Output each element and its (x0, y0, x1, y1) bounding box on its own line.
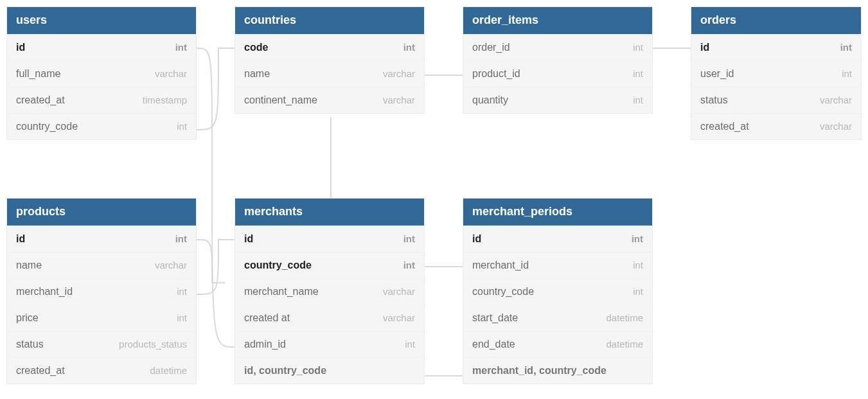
column-row: created_atdatetime (7, 357, 196, 384)
composite-key-row: id, country_code (235, 357, 424, 384)
column-row: start_datedatetime (463, 305, 652, 331)
column-row: user_idint (691, 60, 861, 87)
column-row: idint (691, 34, 861, 60)
table-header-countries: countries (235, 7, 424, 34)
column-row: merchant_namevarchar (235, 278, 424, 305)
table-countries[interactable]: countries codeint namevarchar continent_… (235, 6, 425, 114)
column-row: country_codeint (235, 252, 424, 278)
column-row: end_datedatetime (463, 331, 652, 357)
column-row: order_idint (463, 34, 652, 60)
table-merchants[interactable]: merchants idint country_codeint merchant… (235, 198, 425, 384)
table-header-users: users (7, 7, 196, 34)
table-merchant-periods[interactable]: merchant_periods idint merchant_idint co… (463, 198, 653, 384)
column-row: statusvarchar (691, 87, 861, 113)
column-row: created_atvarchar (691, 113, 861, 139)
column-row: admin_idint (235, 331, 424, 357)
table-header-order-items: order_items (463, 7, 652, 34)
column-row: full_namevarchar (7, 60, 196, 87)
composite-key-row: merchant_id, country_code (463, 357, 652, 384)
table-order-items[interactable]: order_items order_idint product_idint qu… (463, 6, 653, 114)
column-row: namevarchar (7, 252, 196, 278)
column-row: created atvarchar (235, 305, 424, 331)
table-products[interactable]: products idint namevarchar merchant_idin… (6, 198, 197, 384)
table-header-orders: orders (691, 7, 861, 34)
column-row: idint (463, 226, 652, 252)
column-row: idint (7, 226, 196, 252)
column-row: quantityint (463, 87, 652, 113)
column-row: continent_namevarchar (235, 87, 424, 113)
table-header-merchants: merchants (235, 199, 424, 226)
table-orders[interactable]: orders idint user_idint statusvarchar cr… (691, 6, 862, 140)
table-header-merchant-periods: merchant_periods (463, 199, 652, 226)
column-row: statusproducts_status (7, 331, 196, 357)
table-header-products: products (7, 199, 196, 226)
table-users[interactable]: users idint full_namevarchar created_att… (6, 6, 197, 140)
column-row: country_codeint (463, 278, 652, 305)
column-row: merchant_idint (463, 252, 652, 278)
column-row: namevarchar (235, 60, 424, 87)
column-row: product_idint (463, 60, 652, 87)
column-row: codeint (235, 34, 424, 60)
column-row: created_attimestamp (7, 87, 196, 113)
column-row: priceint (7, 305, 196, 331)
column-row: idint (235, 226, 424, 252)
column-row: country_codeint (7, 113, 196, 139)
column-row: idint (7, 34, 196, 60)
column-row: merchant_idint (7, 278, 196, 305)
